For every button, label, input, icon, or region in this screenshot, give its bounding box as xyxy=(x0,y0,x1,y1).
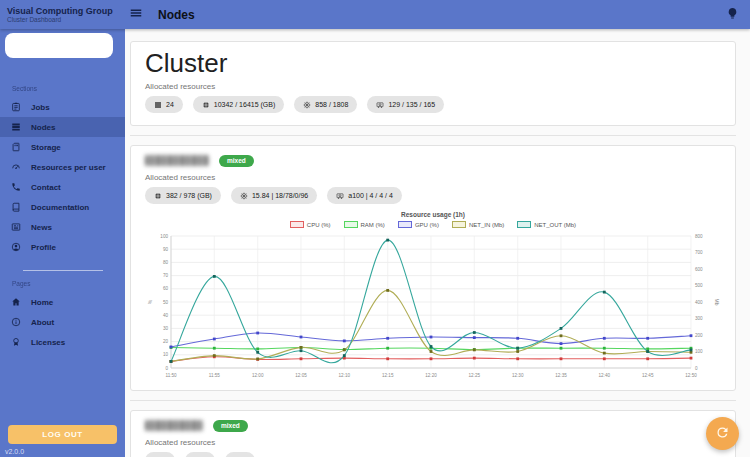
chart-plot-area: 010203040506070809010011:5011:5512:0012:… xyxy=(145,230,721,382)
legend-swatch xyxy=(398,221,412,228)
svg-text:90: 90 xyxy=(163,247,169,252)
svg-text:300: 300 xyxy=(695,316,703,321)
sidebar-item-label: Resources per user xyxy=(31,163,106,172)
sidebar-item-label: Storage xyxy=(31,143,61,152)
jobs-icon xyxy=(11,102,21,112)
lightbulb-icon xyxy=(726,7,739,23)
svg-text:600: 600 xyxy=(695,267,703,272)
sidebar-item-documentation[interactable]: Documentation xyxy=(0,197,125,217)
sidebar-item-storage[interactable]: Storage xyxy=(0,137,125,157)
sidebar-item-licenses[interactable]: Licenses xyxy=(0,332,125,352)
sidebar-item-label: Home xyxy=(31,298,53,307)
chip-value: 382 / 978 (GB) xyxy=(166,192,212,199)
resource-chip xyxy=(145,452,175,457)
sidebar: Sections JobsNodesStorageResources per u… xyxy=(0,29,125,457)
menu-button[interactable] xyxy=(127,4,145,25)
sidebar-item-about[interactable]: About xyxy=(0,312,125,332)
svg-text:0: 0 xyxy=(695,366,698,371)
profile-icon xyxy=(11,242,21,252)
sidebar-item-contact[interactable]: Contact xyxy=(0,177,125,197)
news-icon xyxy=(11,222,21,232)
main-content: Cluster Allocated resources 2410342 / 16… xyxy=(125,29,750,457)
node-allocated-label: Allocated resources xyxy=(145,173,721,182)
sidebar-item-label: News xyxy=(31,223,52,232)
cluster-chip-row: 2410342 / 16415 (GB)858 / 1808129 / 135 … xyxy=(145,96,721,113)
gpu-icon xyxy=(376,101,384,109)
sidebar-item-profile[interactable]: Profile xyxy=(0,237,125,257)
legend-item[interactable]: RAM (%) xyxy=(344,221,385,228)
sidebar-item-label: Documentation xyxy=(31,203,89,212)
legend-item[interactable]: NET_OUT (Mb) xyxy=(517,221,576,228)
sidebar-item-nodes[interactable]: Nodes xyxy=(0,117,125,137)
svg-text:800: 800 xyxy=(695,234,703,239)
svg-text:12:35: 12:35 xyxy=(555,373,567,378)
resource-chip: a100 | 4 / 4 / 4 xyxy=(327,187,402,204)
legend-item[interactable]: GPU (%) xyxy=(398,221,439,228)
org-subtitle: Cluster Dashboard xyxy=(7,16,125,24)
sidebar-item-news[interactable]: News xyxy=(0,217,125,237)
sidebar-item-home[interactable]: Home xyxy=(0,292,125,312)
sidebar-item-label: Licenses xyxy=(31,338,65,347)
resource-chip xyxy=(225,452,255,457)
legend-item[interactable]: NET_IN (Mb) xyxy=(452,221,504,228)
svg-text:500: 500 xyxy=(695,283,703,288)
legend-swatch xyxy=(290,221,304,228)
node-card-1: mixed Allocated resources 382 / 978 (GB)… xyxy=(130,145,736,391)
sidebar-item-label: Contact xyxy=(31,183,61,192)
contact-icon xyxy=(11,182,21,192)
sidebar-item-jobs[interactable]: Jobs xyxy=(0,97,125,117)
legend-item[interactable]: CPU (%) xyxy=(290,221,331,228)
sidebar-divider xyxy=(23,270,103,271)
logout-button[interactable]: LOG OUT xyxy=(8,425,117,444)
version-label: v2.0.0 xyxy=(5,448,24,455)
theme-toggle-button[interactable] xyxy=(724,5,741,25)
legend-swatch xyxy=(517,221,531,228)
svg-text:100: 100 xyxy=(160,234,168,239)
sidebar-pages: HomeAboutLicenses xyxy=(0,292,125,352)
sections-label: Sections xyxy=(12,85,125,92)
legend-label: NET_OUT (Mb) xyxy=(534,222,576,228)
sidebar-item-label: Profile xyxy=(31,243,56,252)
svg-text:12:10: 12:10 xyxy=(339,373,351,378)
svg-text:12:25: 12:25 xyxy=(469,373,481,378)
svg-text:11:50: 11:50 xyxy=(165,373,177,378)
pages-label: Pages xyxy=(12,280,125,287)
chart-title: Resource usage (1h) xyxy=(145,211,721,218)
chip-value: a100 | 4 / 4 / 4 xyxy=(348,192,393,199)
sidebar-item-resources-per-user[interactable]: Resources per user xyxy=(0,157,125,177)
node-chip-row xyxy=(145,452,721,457)
svg-text:Mb: Mb xyxy=(714,299,720,306)
node-name-redacted xyxy=(145,155,209,166)
refresh-fab[interactable] xyxy=(706,417,739,450)
svg-text:12:05: 12:05 xyxy=(295,373,307,378)
refresh-icon xyxy=(715,425,730,443)
app-bar: Visual Computing Group Cluster Dashboard… xyxy=(0,0,750,29)
cpu-icon xyxy=(303,101,311,109)
resource-chip: 858 / 1808 xyxy=(294,96,357,113)
node-status-badge: mixed xyxy=(219,155,254,167)
svg-text:12:40: 12:40 xyxy=(599,373,611,378)
svg-text:12:20: 12:20 xyxy=(425,373,437,378)
legend-label: GPU (%) xyxy=(415,222,439,228)
chip-value: 858 / 1808 xyxy=(315,101,348,108)
node-status-badge: mixed xyxy=(213,420,248,432)
search-input[interactable] xyxy=(5,33,113,58)
svg-text:20: 20 xyxy=(163,339,169,344)
org-name: Visual Computing Group xyxy=(7,6,125,16)
cluster-card: Cluster Allocated resources 2410342 / 16… xyxy=(130,41,736,126)
legend-label: NET_IN (Mb) xyxy=(469,222,504,228)
cpu-icon xyxy=(240,192,248,200)
svg-text:12:30: 12:30 xyxy=(512,373,524,378)
svg-text:12:45: 12:45 xyxy=(642,373,654,378)
resource-chip xyxy=(185,452,215,457)
chip-value: 129 / 135 / 165 xyxy=(388,101,435,108)
gauge-icon xyxy=(11,162,21,172)
legend-label: CPU (%) xyxy=(307,222,331,228)
legend-swatch xyxy=(344,221,358,228)
node-header: mixed xyxy=(145,418,721,433)
svg-text:30: 30 xyxy=(163,326,169,331)
svg-text:700: 700 xyxy=(695,250,703,255)
chart-legend: CPU (%)RAM (%)GPU (%)NET_IN (Mb)NET_OUT … xyxy=(145,221,721,228)
svg-text:10: 10 xyxy=(163,352,169,357)
cluster-allocated-label: Allocated resources xyxy=(145,82,721,91)
